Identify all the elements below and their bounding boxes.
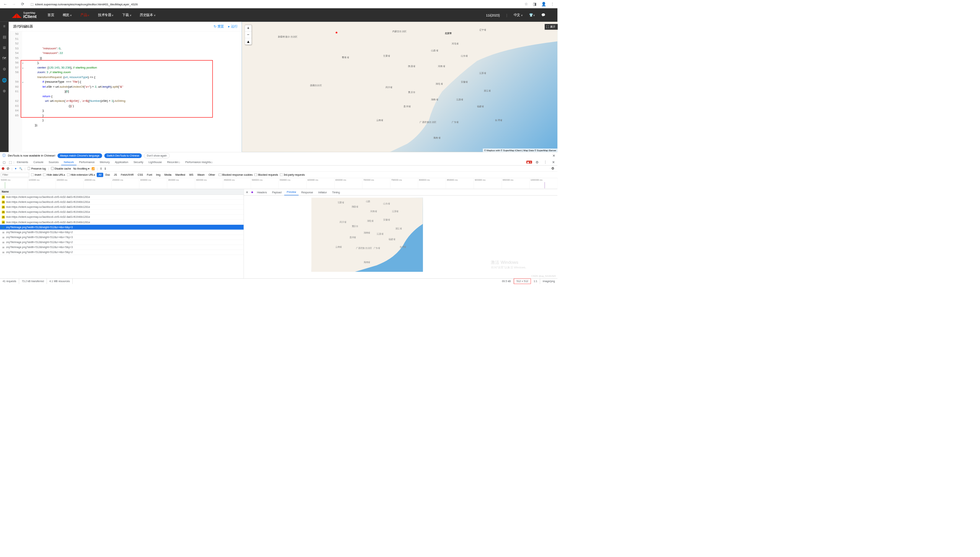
menu-icon[interactable]: ⋮ xyxy=(549,1,555,7)
network-settings-icon[interactable]: ⚙ xyxy=(549,167,555,170)
expand-button[interactable]: ⛶ 展开 xyxy=(545,24,558,30)
request-row[interactable]: ▤zxyTileImage.png?width=512&height=512&z… xyxy=(0,235,244,240)
preview-body[interactable]: 甘肃省陕西省山西河南省山东省江苏省四川省重庆市湖北省安徽省浙江省贵州省湖南省江西… xyxy=(244,196,557,278)
blocked-cookies-checkbox[interactable]: Blocked response cookies xyxy=(219,173,253,176)
request-list-header[interactable]: Name xyxy=(0,189,244,195)
devtools-tab-recorder[interactable]: Recorder ⬡ xyxy=(165,159,183,165)
star-icon[interactable]: ☆ xyxy=(523,1,529,7)
request-row[interactable]: JSblob:https://iclient.supermap.io/3ad4b… xyxy=(0,205,244,210)
preview-tab-headers[interactable]: Headers xyxy=(254,189,269,195)
preview-tab-preview[interactable]: Preview xyxy=(284,189,299,195)
request-row[interactable]: JSblob:https://iclient.supermap.io/3ad4b… xyxy=(0,220,244,225)
feedback-icon[interactable]: 💬 xyxy=(541,13,546,17)
nav-item-1[interactable]: 概览 ∨ xyxy=(63,13,72,17)
inspect-icon[interactable]: ◻ xyxy=(1,160,7,164)
more-icon[interactable]: ⋮ xyxy=(542,160,549,164)
filter-type-font[interactable]: Font xyxy=(145,173,154,177)
hide-ext-urls-checkbox[interactable]: Hide extension URLs xyxy=(67,173,95,176)
filter-toggle-icon[interactable]: ▼ xyxy=(15,167,17,170)
close-preview-icon[interactable]: ✕ xyxy=(244,191,250,194)
request-row[interactable]: ▰zxyTileImage.png?width=512&height=512&z… xyxy=(0,225,244,230)
devtools-tab-lighthouse[interactable]: Lighthouse xyxy=(146,159,164,165)
network-timeline[interactable]: 50000 ms100000 ms150000 ms200000 ms25000… xyxy=(0,178,557,189)
tshirt-icon[interactable]: 👕∨ xyxy=(529,13,535,17)
devtools-tab-memory[interactable]: Memory xyxy=(97,159,112,165)
sidebar-globe-icon[interactable]: 🌐 xyxy=(2,78,7,83)
run-button[interactable]: ▸ 运行 xyxy=(228,25,237,29)
devtools-tab-network[interactable]: Network xyxy=(61,159,77,165)
wifi-icon[interactable]: 📶 xyxy=(91,167,95,170)
version-label[interactable]: 11i(2023) xyxy=(486,13,500,17)
sidebar-menu-icon[interactable]: ≡ xyxy=(3,24,5,29)
sidebar-world-icon[interactable]: ⊕ xyxy=(3,89,6,94)
upload-icon[interactable]: ↥ xyxy=(100,167,102,170)
zoom-in-button[interactable]: + xyxy=(245,25,252,31)
nav-item-0[interactable]: 首页 xyxy=(47,13,54,17)
preview-tab-payload[interactable]: Payload xyxy=(270,189,284,195)
devtools-tab-application[interactable]: Application xyxy=(112,159,131,165)
devtools-tab-elements[interactable]: Elements xyxy=(14,159,31,165)
filter-type-media[interactable]: Media xyxy=(163,173,173,177)
request-row[interactable]: JSblob:https://iclient.supermap.io/3ad4b… xyxy=(0,200,244,205)
search-icon[interactable]: 🔍 xyxy=(19,167,23,170)
filter-type-doc[interactable]: Doc xyxy=(104,173,112,177)
compass-button[interactable]: ▲ xyxy=(245,38,252,45)
third-party-checkbox[interactable]: 3rd-party requests xyxy=(280,173,305,176)
invert-checkbox[interactable]: Invert xyxy=(31,173,41,176)
filter-type-manifest[interactable]: Manifest xyxy=(174,173,187,177)
request-row[interactable]: ▤zxyTileImage.png?width=512&height=512&z… xyxy=(0,250,244,255)
filter-type-wasm[interactable]: Wasm xyxy=(196,173,206,177)
request-row[interactable]: JSblob:https://iclient.supermap.io/3ad4b… xyxy=(0,195,244,200)
nav-item-2[interactable]: 产品 ∨ xyxy=(80,13,89,17)
devtools-tab-performance[interactable]: Performance xyxy=(77,159,97,165)
preview-tab-initiator[interactable]: Initiator xyxy=(316,189,330,195)
request-row[interactable]: JSblob:https://iclient.supermap.io/3ad4b… xyxy=(0,210,244,215)
back-icon[interactable]: ← xyxy=(2,1,8,7)
filter-type-ws[interactable]: WS xyxy=(188,173,195,177)
clear-button[interactable]: ⊘ xyxy=(7,167,9,170)
switch-chinese-button[interactable]: Switch DevTools to Chinese xyxy=(104,153,142,158)
nav-item-4[interactable]: 下载 ∨ xyxy=(122,13,131,17)
site-info-icon[interactable]: ⬚ xyxy=(31,2,33,6)
reload-icon[interactable]: ⟳ xyxy=(20,1,26,7)
profile-icon[interactable]: 👤 xyxy=(541,1,547,7)
zoom-out-button[interactable]: − xyxy=(245,31,252,38)
filter-type-css[interactable]: CSS xyxy=(136,173,145,177)
map-preview[interactable]: 新疆维吾尔 自治区内蒙古自治区北京市辽宁省河北省山西省青海省西藏自治区甘肃省陕西… xyxy=(242,22,557,152)
throttle-dropdown[interactable]: No throttling ▾ xyxy=(73,167,89,170)
extension-icon[interactable]: ◨ xyxy=(532,1,538,7)
record-button[interactable] xyxy=(2,167,5,170)
filter-type-all[interactable]: All xyxy=(97,173,103,177)
devtools-tab-console[interactable]: Console xyxy=(31,159,46,165)
download-icon[interactable]: ↧ xyxy=(104,167,106,170)
preview-tab-timing[interactable]: Timing xyxy=(330,189,343,195)
filter-type-js[interactable]: JS xyxy=(112,173,119,177)
close-devtools-icon[interactable]: ✕ xyxy=(550,160,557,164)
sidebar-monitor-icon[interactable]: 🖥 xyxy=(2,46,6,50)
error-count-badge[interactable]: ◼ 5 xyxy=(526,161,532,163)
forward-icon[interactable]: → xyxy=(11,1,17,7)
devtools-tab-sources[interactable]: Sources xyxy=(46,159,61,165)
blocked-req-checkbox[interactable]: Blocked requests xyxy=(254,173,278,176)
address-bar[interactable]: ⬚ iclient.supermap.io/examples/mapboxgl/… xyxy=(28,2,521,7)
devtools-tab-performance insights[interactable]: Performance insights ⬡ xyxy=(183,159,215,165)
nav-item-5[interactable]: 历史版本 ∨ xyxy=(140,13,155,17)
request-row[interactable]: ▤zxyTileImage.png?width=512&height=512&z… xyxy=(0,230,244,235)
language-dropdown[interactable]: 中文 ∨ xyxy=(514,13,523,17)
request-row[interactable]: JSblob:https://iclient.supermap.io/3ad4b… xyxy=(0,215,244,220)
request-row[interactable]: ▤zxyTileImage.png?width=512&height=512&z… xyxy=(0,245,244,250)
nav-item-3[interactable]: 技术专题 ∨ xyxy=(98,13,113,17)
filter-type-other[interactable]: Other xyxy=(207,173,217,177)
close-notice-icon[interactable]: ✕ xyxy=(552,154,555,158)
hide-data-urls-checkbox[interactable]: Hide data URLs xyxy=(43,173,65,176)
filter-input[interactable] xyxy=(1,173,29,177)
filter-type-fetch/xhr[interactable]: Fetch/XHR xyxy=(119,173,135,177)
dont-show-button[interactable]: Don't show again xyxy=(144,153,170,158)
reset-button[interactable]: ↻ 重置 xyxy=(214,25,224,29)
settings-icon[interactable]: ⚙ xyxy=(534,160,540,164)
device-icon[interactable]: ⬚ xyxy=(7,160,13,164)
preserve-log-checkbox[interactable]: Preserve log xyxy=(28,167,46,170)
filter-type-img[interactable]: Img xyxy=(154,173,162,177)
sidebar-layers-icon[interactable]: ▤ xyxy=(3,34,7,39)
sidebar-map-icon[interactable]: 🗺 xyxy=(2,56,6,61)
